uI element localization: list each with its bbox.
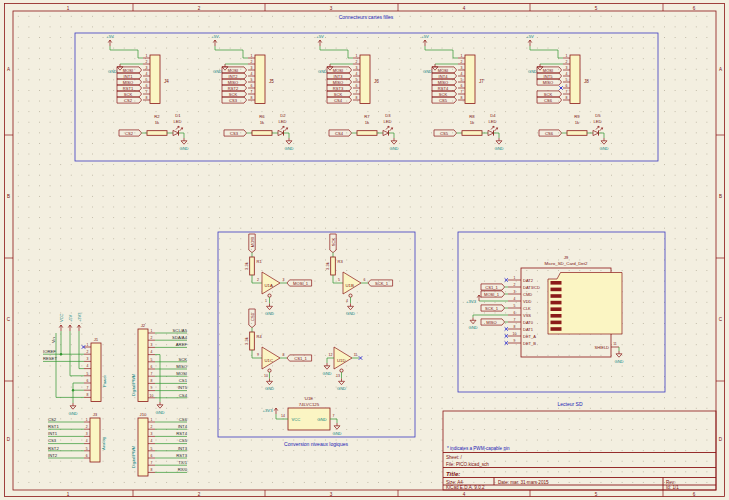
resistor-body — [357, 131, 377, 136]
net-label: SCK — [178, 357, 187, 362]
net-label: SCK — [544, 92, 553, 97]
pin-number: 10 — [264, 374, 268, 378]
reference-designator: D2 — [280, 113, 286, 118]
wire — [179, 133, 185, 138]
net-label: MOSI — [228, 68, 238, 73]
reference-designator: J4 — [164, 79, 169, 84]
pin-name: VSS — [523, 313, 531, 318]
pin-number: 4 — [86, 439, 88, 443]
pin-number: 5 — [461, 78, 463, 82]
sd-card-connector[interactable]: J9Micro_SD_Card_Det21DAT22DAT3/CDCS1_13C… — [466, 255, 623, 364]
net-label: MISO — [438, 80, 448, 85]
net-label: MOSI — [250, 237, 255, 247]
paper-size: Size: A4 — [446, 480, 463, 485]
header-J2-digital[interactable]: 1SCL/A52SDA/A43AREF4GND5SCK6MISO7MOSI8CS… — [131, 323, 188, 415]
inverting-bubble-icon — [349, 294, 352, 297]
wire — [79, 331, 84, 369]
gnd-label: GND — [108, 69, 117, 74]
buffer-U1A[interactable]: MOSIR13.3k2U1A3MOSI_11GND — [244, 234, 312, 316]
component-value: LED — [383, 119, 391, 124]
connector-name: Power — [102, 375, 107, 387]
gnd-symbol-icon — [157, 405, 163, 408]
reference-designator: R8 — [469, 114, 475, 119]
wire — [599, 133, 605, 138]
component-value: 3.3k — [325, 261, 330, 270]
pin-number: 5 — [151, 447, 153, 451]
header-J1-power[interactable]: VCC+5V+3V3VinIOREFRESETGND12345678J1Powe… — [43, 312, 107, 416]
pin-number: 5 — [514, 304, 516, 308]
net-label: MISO — [333, 80, 343, 85]
pin-number: 8 — [461, 96, 463, 100]
connector-body — [138, 418, 148, 476]
pin-number: 3 — [514, 290, 516, 294]
gnd-label: GND — [600, 146, 609, 151]
frame-column-label: 6 — [693, 492, 696, 497]
gnd-label: GND — [423, 69, 432, 74]
power-flag-label: +3V3 — [263, 408, 274, 413]
net-label: SCK — [331, 238, 336, 247]
power-flag-label: +5V — [106, 34, 114, 39]
pin-number: 1 — [514, 276, 516, 280]
pin-number: 1 — [461, 54, 463, 58]
net-label: INT3 — [334, 74, 344, 79]
date-field: Date: mar. 31 mars 2015 — [498, 480, 549, 485]
net-label: MOSI_1 — [293, 281, 309, 286]
pin-number: 7 — [356, 90, 358, 94]
schematic-canvas[interactable]: 112233445566AABBCCDDConnecteurs cartes f… — [0, 0, 729, 500]
resistor-body — [462, 131, 482, 136]
wire — [389, 133, 395, 138]
pin-number: 6 — [566, 84, 568, 88]
net-label: INT1 — [124, 74, 134, 79]
pin-number: 7 — [151, 461, 153, 465]
power-flag-label: +5V — [211, 34, 219, 39]
header-J10-digital[interactable]: 1CS62INT43RST44CS55INT36RST37TX/18RX/0J1… — [131, 412, 188, 476]
pin-number: 1 — [151, 329, 153, 333]
pin-number: 12 — [329, 353, 333, 357]
pwm-note: * indicates a PWM-capable pin — [447, 446, 510, 451]
net-label: MOSI — [438, 68, 448, 73]
buffer-U1D[interactable]: U1DGND121113GND — [323, 347, 363, 391]
net-label: MISO — [543, 80, 553, 85]
net-label: MOSI — [333, 68, 343, 73]
pin-name: SHIELD — [595, 345, 610, 350]
reference-designator: D5 — [595, 113, 601, 118]
connector-J7[interactable]: +5VGND123MOSI4INT45MISO6RST47SCK8CS5J7CS… — [421, 34, 503, 151]
connector-body — [91, 343, 101, 402]
power-unit-U1E[interactable]: U1E74LVC125VCCGND+3V3147GND — [263, 396, 342, 436]
buffer-U1B[interactable]: SCKR33.3k5U1B6SCK_14GND — [325, 234, 393, 316]
wire — [425, 46, 458, 58]
inverting-bubble-icon — [268, 294, 271, 297]
connector-J4[interactable]: +5VGND123MOSI4INT15MISO6RST17SCK8CS2J4CS… — [106, 34, 188, 151]
reference-designator: J3 — [93, 412, 98, 417]
power-flag-label: +5V — [526, 34, 534, 39]
net-label: CS2 — [48, 417, 57, 422]
pin-number: 4 — [514, 297, 516, 301]
connector-J8[interactable]: +5VGND123MOSI4INT55MISO67SCK8CS6J8CS6R91… — [526, 34, 608, 151]
pin-number: 4 — [566, 72, 568, 76]
gnd-label: GND — [390, 146, 399, 151]
inverting-bubble-icon — [340, 369, 343, 372]
net-label: CS3 — [48, 438, 57, 443]
pin-number: 10 — [150, 394, 154, 398]
net-label: CS3 — [230, 131, 239, 136]
frame-column-label: 2 — [198, 6, 201, 11]
pin-number: 6 — [251, 84, 253, 88]
buffer-U1C[interactable]: CS1R43.3k9U1C8CS1_110GND — [244, 309, 312, 391]
reference-designator: D4 — [490, 113, 496, 118]
gnd-label: GND — [213, 69, 222, 74]
connector-J6[interactable]: +5VGND123MOSI4INT35MISO6RST37SCK8CS4J6CS… — [316, 34, 398, 151]
section-title: Lecteur SD — [557, 401, 582, 407]
connector-J5[interactable]: +5VGND123MOSI4INT25MISO6RST27SCK8CS3J5CS… — [211, 34, 293, 151]
resistor-body — [331, 257, 336, 275]
header-J3-analog[interactable]: 1CS22RST13INT14CS35RST26INT2J3Analog — [48, 412, 106, 462]
connector-body — [255, 55, 265, 104]
reference-designator: R1 — [257, 259, 263, 264]
gnd-label: GND — [265, 386, 274, 391]
pin-number: 8 — [87, 393, 89, 397]
net-label: CS4 — [335, 131, 344, 136]
power-flag-label: VCC — [59, 313, 64, 322]
led-triangle-icon — [278, 130, 284, 135]
pin-number: 1 — [151, 418, 153, 422]
reference-designator: U1B — [346, 283, 354, 288]
net-label: INT5 — [178, 385, 188, 390]
